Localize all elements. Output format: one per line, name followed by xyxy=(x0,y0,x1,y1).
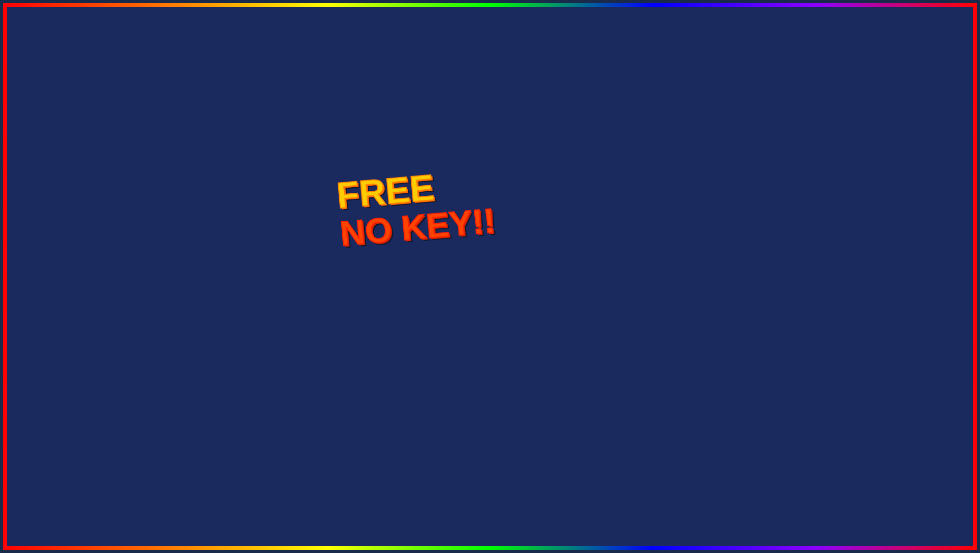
setting-icon: ⚙️ xyxy=(314,340,322,348)
sidebar-item-devilfruit[interactable]: 🍎 DevilFruit xyxy=(308,279,369,297)
auto-superhuman-checkbox[interactable] xyxy=(585,328,593,336)
sidebar-buy-item-label: Buy Item xyxy=(326,322,352,329)
title-blox: BLOX xyxy=(163,18,435,135)
method-value: Level [Quest] xyxy=(383,252,422,260)
user-name: Sky xyxy=(329,357,346,364)
back-checkbox-3[interactable] xyxy=(638,213,646,221)
bottom-twenty: 20 xyxy=(330,470,390,535)
auto-farm-checkbox[interactable] xyxy=(585,292,593,300)
bottom-script: SCRIPT xyxy=(401,470,599,535)
bottom-update: UPDATE xyxy=(101,470,320,535)
back-checkbox-4[interactable] xyxy=(638,231,646,239)
players-icon: 👥 xyxy=(314,265,322,273)
user-bar: 🧑 Sky #3908 xyxy=(306,353,372,375)
bottom-text-container: UPDATE 20 SCRIPT PASTEBIN xyxy=(3,470,977,535)
back-window-titlebar: Blox Fruit EPS-Raid xyxy=(360,151,652,168)
title-space xyxy=(435,18,466,135)
back-window-tab: EPS-Raid xyxy=(614,155,646,163)
sidebar-item-buy-item[interactable]: 🛒 Buy Item xyxy=(308,316,369,334)
sidebar-item-eps-raid[interactable]: ⚔️ EPS-Raid xyxy=(308,297,369,316)
auto-farm-label: Auto Farm xyxy=(378,292,409,300)
sidebar-eps-raid-label: EPS-Raid xyxy=(326,303,355,310)
sidebar-item-players[interactable]: 👥 Players xyxy=(308,260,369,278)
teleport-raidlab-checkbox[interactable] xyxy=(638,178,646,186)
devilfruit-icon: 🍎 xyxy=(314,284,322,292)
eps-raid-icon: ⚔️ xyxy=(314,302,322,310)
back-window-title: Blox Fruit xyxy=(366,155,399,163)
redeem-code-btn[interactable]: Redeem Exp Code xyxy=(378,306,593,322)
auto-superhuman-label: Auto Superhuman xyxy=(378,328,431,336)
sidebar-setting-label: Setting xyxy=(326,340,347,348)
bottom-pastebin: PASTEBIN xyxy=(609,470,879,535)
main-container: BLOX FRUITS Blox Fruit EPS-Raid Teleport… xyxy=(0,0,980,553)
teleport-icon: 📍 xyxy=(314,246,322,254)
refresh-weapon-btn[interactable]: Refresh Weapon xyxy=(378,270,593,286)
logo-bg: BL🏴‍☠️X 💀 FRUITS xyxy=(850,423,962,535)
auto-superhuman-row: Auto Superhuman xyxy=(378,324,593,340)
free-nokey-container: FREE NO KEY!! xyxy=(335,164,496,251)
user-info: Sky #3908 xyxy=(329,357,346,371)
character-area xyxy=(44,115,257,470)
logo-bottom-right: BL🏴‍☠️X 💀 FRUITS xyxy=(850,423,962,535)
back-checkbox-2[interactable] xyxy=(638,195,646,203)
method-dropdown[interactable]: Level [Quest] ▲ xyxy=(378,248,593,264)
sidebar-players-label: Players xyxy=(326,265,348,273)
sidebar-item-setting[interactable]: ⚙️ Setting xyxy=(308,335,369,353)
user-avatar: 🧑 xyxy=(311,357,325,371)
method-chevron-icon: ▲ xyxy=(581,253,587,260)
buy-item-icon: 🛒 xyxy=(314,321,322,329)
sidebar-devilfruit-label: DevilFruit xyxy=(326,284,354,292)
logo-bottom-text: FRUITS xyxy=(877,507,934,524)
home-icon: 🏠 xyxy=(314,209,322,217)
title-container: BLOX FRUITS xyxy=(3,18,977,135)
auto-farm-row: Auto Farm xyxy=(378,288,593,304)
select-weapon-chevron-icon: ▼ xyxy=(581,220,587,227)
logo-top-text: BL🏴‍☠️X xyxy=(881,435,931,452)
back-dropdown-chevron-icon: ▼ xyxy=(634,254,640,261)
logo-skull-icon: 💀 xyxy=(884,461,928,502)
back-checkbox-5[interactable] xyxy=(638,276,646,284)
stats-icon: 📊 xyxy=(314,227,322,235)
title-fruits: FRUITS xyxy=(466,18,817,135)
user-id: #3908 xyxy=(329,364,346,371)
